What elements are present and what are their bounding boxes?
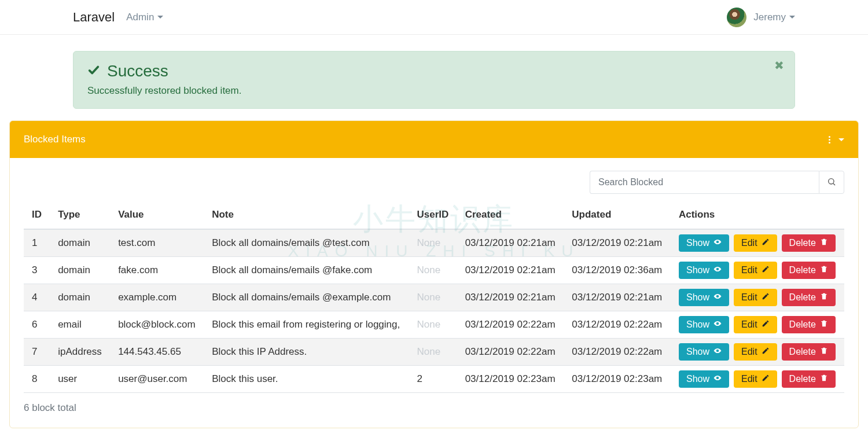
nav-user-dropdown[interactable]: Jeremy	[753, 12, 795, 23]
edit-button[interactable]: Edit	[734, 316, 777, 333]
show-button[interactable]: Show	[679, 316, 729, 333]
caret-down-icon[interactable]	[838, 138, 844, 141]
trash-icon	[820, 347, 828, 357]
table-row: 4domainexample.comBlock all domains/emai…	[24, 284, 844, 311]
cell-userid-none: None	[417, 292, 441, 303]
cell-created: 03/12/2019 02:21am	[457, 257, 564, 284]
delete-button[interactable]: Delete	[782, 289, 836, 306]
cell-value: block@block.com	[110, 311, 204, 339]
table-row: 7ipAddress144.543.45.65Block this IP Add…	[24, 339, 844, 366]
cell-id: 4	[24, 284, 50, 311]
col-id: ID	[24, 209, 50, 229]
close-icon: ✖	[774, 59, 784, 72]
show-button[interactable]: Show	[679, 343, 729, 361]
eye-icon	[713, 347, 722, 357]
trash-icon	[820, 265, 828, 275]
trash-icon	[820, 374, 828, 384]
cell-type: domain	[50, 257, 110, 284]
col-created: Created	[457, 209, 564, 229]
edit-button[interactable]: Edit	[734, 262, 777, 279]
cell-note: Block this IP Address.	[204, 339, 409, 366]
show-button[interactable]: Show	[679, 262, 729, 279]
cell-userid-none: None	[417, 237, 441, 248]
svg-point-0	[829, 178, 834, 183]
cell-note: Block all domains/emails @fake.com	[204, 257, 409, 284]
cell-note: Block this user.	[204, 366, 409, 393]
delete-button[interactable]: Delete	[782, 316, 836, 333]
pencil-icon	[762, 374, 770, 384]
cell-id: 1	[24, 229, 50, 257]
cell-type: user	[50, 366, 110, 393]
card-title: Blocked Items	[24, 134, 86, 145]
col-note: Note	[204, 209, 409, 229]
cell-type: email	[50, 311, 110, 339]
cell-updated: 03/12/2019 02:22am	[564, 339, 671, 366]
cell-id: 3	[24, 257, 50, 284]
eye-icon	[713, 238, 722, 248]
alert-close-button[interactable]: ✖	[774, 58, 784, 72]
delete-button[interactable]: Delete	[782, 262, 836, 279]
cell-value: fake.com	[110, 257, 204, 284]
cell-userid-none: None	[417, 346, 441, 357]
col-value: Value	[110, 209, 204, 229]
cell-type: ipAddress	[50, 339, 110, 366]
caret-down-icon	[157, 16, 163, 19]
edit-button[interactable]: Edit	[734, 370, 777, 388]
pencil-icon	[762, 292, 770, 303]
show-button[interactable]: Show	[679, 370, 729, 388]
cell-updated: 03/12/2019 02:21am	[564, 284, 671, 311]
show-button[interactable]: Show	[679, 234, 729, 252]
cell-type: domain	[50, 284, 110, 311]
nav-user-label: Jeremy	[753, 12, 786, 23]
search-input[interactable]	[590, 171, 819, 194]
edit-button[interactable]: Edit	[734, 289, 777, 306]
trash-icon	[820, 319, 828, 330]
pencil-icon	[762, 347, 770, 357]
caret-down-icon	[789, 16, 795, 19]
eye-icon	[713, 319, 722, 330]
brand[interactable]: Laravel	[73, 10, 115, 25]
edit-button[interactable]: Edit	[734, 234, 777, 252]
cell-userid-none: None	[417, 319, 441, 330]
table-row: 6emailblock@block.comBlock this email fr…	[24, 311, 844, 339]
alert-title: Success	[107, 62, 168, 80]
col-updated: Updated	[564, 209, 671, 229]
eye-icon	[713, 265, 722, 275]
cell-note: Block this email from registering or log…	[204, 311, 409, 339]
cell-value: test.com	[110, 229, 204, 257]
search-button[interactable]	[819, 171, 844, 194]
cell-id: 8	[24, 366, 50, 393]
cell-created: 03/12/2019 02:23am	[457, 366, 564, 393]
alert-message: Successfully restored blocked item.	[87, 85, 781, 97]
pencil-icon	[762, 238, 770, 248]
delete-button[interactable]: Delete	[782, 370, 836, 388]
delete-button[interactable]: Delete	[782, 343, 836, 361]
navbar: Laravel Admin Jeremy	[0, 0, 868, 35]
cell-updated: 03/12/2019 02:23am	[564, 366, 671, 393]
card-header: Blocked Items	[10, 121, 858, 158]
col-type: Type	[50, 209, 110, 229]
cell-updated: 03/12/2019 02:36am	[564, 257, 671, 284]
card-menu-button[interactable]	[829, 136, 830, 144]
cell-value: 144.543.45.65	[110, 339, 204, 366]
cell-updated: 03/12/2019 02:22am	[564, 311, 671, 339]
search-icon	[827, 177, 836, 188]
cell-value: example.com	[110, 284, 204, 311]
cell-value: user@user.com	[110, 366, 204, 393]
delete-button[interactable]: Delete	[782, 234, 836, 252]
show-button[interactable]: Show	[679, 289, 729, 306]
cell-created: 03/12/2019 02:22am	[457, 339, 564, 366]
cell-id: 7	[24, 339, 50, 366]
table-row: 3domainfake.comBlock all domains/emails …	[24, 257, 844, 284]
eye-icon	[713, 292, 722, 303]
pencil-icon	[762, 319, 770, 330]
svg-line-1	[833, 183, 835, 185]
col-actions: Actions	[671, 209, 844, 229]
nav-admin-dropdown[interactable]: Admin	[126, 12, 163, 23]
edit-button[interactable]: Edit	[734, 343, 777, 361]
pencil-icon	[762, 265, 770, 275]
trash-icon	[820, 238, 828, 248]
cell-updated: 03/12/2019 02:21am	[564, 229, 671, 257]
avatar[interactable]	[727, 8, 746, 27]
success-alert: Success Successfully restored blocked it…	[73, 51, 795, 109]
